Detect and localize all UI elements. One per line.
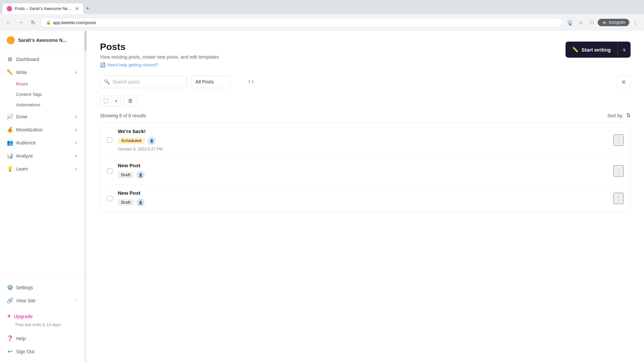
sidebar-item-audience[interactable]: 👥 Audience ∨	[0, 136, 84, 149]
incognito-icon: 🕵	[602, 20, 607, 25]
sidebar-scrollbar[interactable]	[85, 31, 87, 362]
sidebar-item-label: View Site	[16, 298, 71, 303]
tab-favicon	[7, 6, 12, 11]
chevron-up-icon: ∧	[74, 70, 77, 75]
sidebar-item-label: Monetization	[16, 127, 71, 132]
sidebar-item-posts[interactable]: Posts	[0, 79, 84, 89]
sidebar-item-help[interactable]: ❓ Help	[0, 332, 84, 345]
help-icon: ❓	[7, 335, 13, 342]
posts-label: Posts	[16, 81, 28, 86]
profile-button[interactable]: □	[587, 18, 596, 27]
table-controls: ∨ 🗑	[100, 95, 631, 107]
start-writing-main: ✏️ Start writing	[566, 42, 618, 58]
sidebar-item-write[interactable]: ✏️ Write ∧	[0, 66, 84, 79]
monetization-icon: 💰	[7, 126, 13, 133]
search-icon: 🔍	[104, 79, 110, 84]
new-tab-button[interactable]: +	[83, 4, 92, 13]
upgrade-button[interactable]: ✦ Upgrade	[7, 311, 77, 321]
post-checkbox[interactable]	[107, 137, 112, 143]
post-info: New Post Draft 👤	[118, 163, 608, 179]
bookmark-button[interactable]: ☆	[576, 18, 586, 27]
sidebar-logo: Sarah's Awesome N...	[0, 31, 84, 50]
browser-tab-active[interactable]: Posts – Sarah's Awesome Newsl... ✕	[3, 3, 83, 14]
sidebar-item-label: Sign Out	[16, 349, 77, 354]
sidebar-item-label: Grow	[16, 114, 71, 119]
start-writing-dropdown-arrow[interactable]: ∨	[618, 42, 631, 58]
reload-button[interactable]: ↻	[28, 18, 38, 27]
menu-button[interactable]: ⋮	[631, 18, 640, 27]
sidebar-item-view-site[interactable]: 🔗 View Site ↗	[0, 294, 84, 307]
post-filter-select[interactable]: All Posts Published Draft Scheduled Arch…	[191, 75, 230, 88]
status-badge: Draft	[118, 172, 134, 178]
app-container: Sarah's Awesome N... ⊞ Dashboard ✏️ Writ…	[0, 31, 644, 362]
columns-filter-button[interactable]: ⊞	[617, 76, 631, 88]
sidebar-item-dashboard[interactable]: ⊞ Dashboard	[0, 53, 84, 66]
select-all-checkbox[interactable]	[100, 96, 112, 106]
sidebar-item-learn[interactable]: 💡 Learn ∨	[0, 162, 84, 175]
sidebar-item-content-tags[interactable]: Content Tags	[0, 89, 84, 100]
address-bar[interactable]: 🔒 app.beehiiv.com/posts	[40, 18, 563, 27]
sidebar-item-label: Help	[16, 336, 77, 341]
checkbox[interactable]	[104, 99, 108, 103]
post-item: We're back! Scheduled 👤 October 8, 2023 …	[100, 123, 630, 157]
sidebar-item-monetization[interactable]: 💰 Monetization ∨	[0, 123, 84, 136]
filter-select-wrapper: All Posts Published Draft Scheduled Arch…	[191, 75, 258, 88]
post-title[interactable]: We're back!	[118, 128, 608, 134]
sidebar-item-settings[interactable]: ⚙️ Settings	[0, 281, 84, 294]
incognito-label: Incognito	[609, 20, 625, 25]
sort-by-label: Sort by:	[607, 113, 624, 118]
author-avatar: 👤	[148, 137, 156, 145]
sign-out-icon: ↩	[7, 348, 13, 355]
cast-button[interactable]: 📡	[566, 18, 575, 27]
post-info: We're back! Scheduled 👤 October 8, 2023 …	[118, 128, 608, 152]
tab-close-button[interactable]: ✕	[75, 6, 79, 11]
grow-icon: 📈	[7, 113, 13, 120]
chevron-down-icon: ∨	[74, 154, 77, 158]
trial-text: Free trial ends in 14 days.	[7, 322, 77, 328]
delete-selected-button[interactable]: 🗑	[123, 95, 138, 107]
logo-icon	[7, 36, 15, 44]
search-input[interactable]	[100, 75, 187, 88]
post-actions-button[interactable]: ⋮	[613, 165, 624, 177]
post-meta: Draft 👤	[118, 198, 608, 206]
select-dropdown-button[interactable]: ∨	[112, 96, 120, 106]
filters-row: 🔍 All Posts Published Draft Scheduled Ar…	[100, 75, 631, 88]
sort-by-control[interactable]: Sort by: ⇅	[607, 112, 631, 119]
post-meta: Scheduled 👤	[118, 137, 608, 145]
learn-icon: 💡	[7, 166, 13, 172]
post-meta: Draft 👤	[118, 171, 608, 179]
sidebar-item-analyze[interactable]: 📊 Analyze ∨	[0, 149, 84, 162]
search-wrapper: 🔍	[100, 75, 187, 88]
upgrade-section: ✦ Upgrade Free trial ends in 14 days.	[0, 307, 84, 332]
help-link[interactable]: 🔄 Need help getting started?	[100, 62, 219, 67]
audience-icon: 👥	[7, 139, 13, 146]
page-header: Posts View existing posts, create new po…	[100, 42, 631, 67]
sidebar-item-grow[interactable]: 📈 Grow ∨	[0, 110, 84, 123]
main-content: Posts View existing posts, create new po…	[87, 31, 644, 362]
post-title[interactable]: New Post	[118, 163, 608, 168]
post-checkbox[interactable]	[107, 168, 112, 174]
chevron-down-icon: ∨	[74, 167, 77, 171]
results-count: Showing 6 of 6 results	[100, 113, 146, 118]
upgrade-icon: ✦	[7, 313, 11, 319]
write-icon: ✏️	[7, 69, 13, 75]
post-title[interactable]: New Post	[118, 190, 608, 196]
post-checkbox[interactable]	[107, 196, 112, 201]
sidebar-item-label: Write	[16, 70, 71, 75]
select-all-dropdown: ∨	[100, 96, 121, 106]
start-writing-button[interactable]: ✏️ Start writing ∨	[566, 42, 631, 58]
post-actions-button[interactable]: ⋮	[613, 134, 624, 146]
browser-chrome: Posts – Sarah's Awesome Newsl... ✕ + ← →…	[0, 0, 644, 31]
start-writing-label: Start writing	[581, 47, 611, 53]
post-actions-button[interactable]: ⋮	[613, 193, 624, 204]
page-subtitle: View existing posts, create new posts, a…	[100, 54, 219, 60]
post-item: New Post Draft 👤 ⋮	[100, 185, 630, 212]
sidebar-item-automations[interactable]: Automations	[0, 100, 84, 110]
content-tags-label: Content Tags	[16, 92, 42, 97]
sidebar-item-sign-out[interactable]: ↩ Sign Out	[0, 345, 84, 358]
settings-icon: ⚙️	[7, 284, 13, 291]
back-button[interactable]: ←	[4, 18, 13, 27]
forward-button[interactable]: →	[16, 18, 25, 27]
incognito-button[interactable]: 🕵 Incognito	[598, 19, 629, 26]
status-badge: Scheduled	[118, 137, 145, 144]
